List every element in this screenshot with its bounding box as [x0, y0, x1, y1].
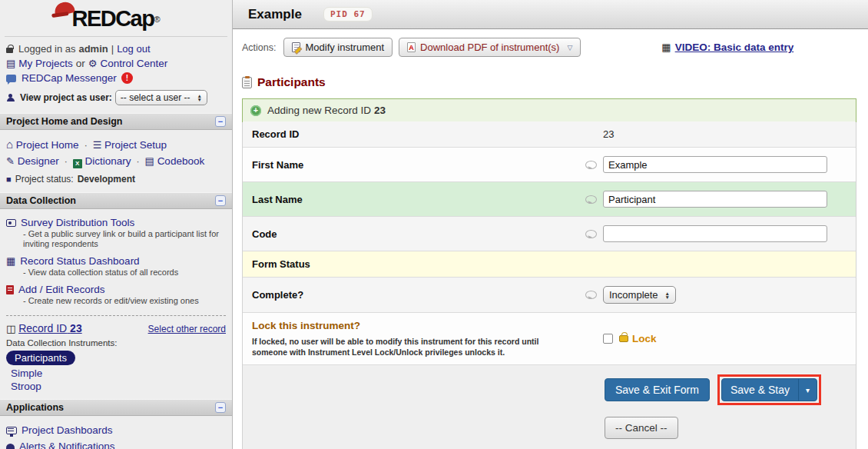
- lock-cell: Lock this instrument? If locked, no user…: [243, 313, 585, 364]
- logo-text: REDCap: [71, 6, 154, 31]
- codebook-link[interactable]: Codebook: [157, 155, 205, 167]
- video-link-wrap: ▦ VIDEO: Basic data entry: [661, 42, 793, 53]
- survey-distribution-link[interactable]: Survey Distribution Tools: [21, 217, 134, 228]
- lock-heading: Lock this instrument?: [252, 320, 576, 331]
- monitor-icon: [6, 427, 17, 434]
- projects-row: ▤ My Projects or ⚙ Control Center: [0, 56, 232, 71]
- comment-bubble-icon[interactable]: [585, 195, 597, 204]
- messenger-link[interactable]: REDCap Messenger: [22, 72, 117, 84]
- last-name-row: Last Name: [243, 181, 856, 216]
- modify-instrument-button[interactable]: Modify instrument: [283, 38, 393, 57]
- dot-separator: ·: [136, 155, 140, 167]
- book-icon: ▤: [145, 155, 154, 167]
- view-as-row: View project as user: -- select a user -…: [0, 88, 232, 107]
- instrument-heading: Participants: [242, 75, 868, 89]
- sidebar-instrument-participants[interactable]: Participants: [6, 351, 75, 365]
- first-name-label: First Name: [243, 152, 585, 178]
- banner-text: Adding new Record ID23: [267, 105, 386, 116]
- alerts-item: Alerts & Notifications: [0, 436, 232, 449]
- login-row: Logged in as admin | Log out: [0, 42, 232, 56]
- registered-mark: ®: [154, 15, 160, 24]
- view-as-label: View project as user:: [20, 92, 112, 103]
- redcap-app: REDCap® Logged in as admin | Log out ▤ M…: [0, 0, 868, 449]
- project-setup-link[interactable]: Project Setup: [104, 139, 167, 151]
- record-id-link[interactable]: Record ID 23: [18, 322, 82, 334]
- section-data-collection: Data Collection −: [0, 192, 232, 209]
- instrument-title: Participants: [257, 75, 326, 89]
- banner-record-id: 23: [374, 105, 386, 116]
- modify-button-label: Modify instrument: [305, 42, 384, 53]
- download-pdf-button[interactable]: Download PDF of instrument(s) ▽: [399, 38, 581, 57]
- project-dashboards-link[interactable]: Project Dashboards: [22, 424, 113, 436]
- record-id-value-cell: 23: [585, 122, 856, 146]
- lock-label: Lock: [632, 333, 657, 344]
- sidebar-instrument-simple[interactable]: Simple: [11, 367, 232, 380]
- main-content: Example PID 67 Actions: Modify instrumen…: [233, 0, 868, 449]
- comment-bubble-icon[interactable]: [585, 230, 597, 238]
- my-projects-link[interactable]: My Projects: [18, 58, 73, 69]
- control-center-link[interactable]: Control Center: [100, 58, 167, 69]
- save-buttons-line: Save & Exit Form Save & Stay ▾: [243, 374, 856, 405]
- collapse-button[interactable]: −: [215, 116, 226, 127]
- project-status-row: ■ Project status: Development: [0, 172, 232, 191]
- save-stay-caret-button[interactable]: ▾: [798, 379, 817, 401]
- actions-row: Actions: Modify instrument Download PDF …: [242, 38, 868, 57]
- divider: [5, 36, 227, 37]
- add-edit-item: Add / Edit Records: [0, 279, 232, 295]
- code-input[interactable]: [603, 225, 827, 242]
- complete-select-value: Incomplete: [609, 289, 658, 301]
- section-title: Applications: [6, 402, 64, 413]
- section-title: Project Home and Design: [6, 116, 122, 127]
- sidebar-instrument-stroop[interactable]: Stroop: [11, 380, 232, 393]
- save-exit-form-button[interactable]: Save & Exit Form: [605, 378, 710, 401]
- add-edit-records-link[interactable]: Add / Edit Records: [18, 284, 105, 295]
- last-name-value-cell: [585, 182, 856, 216]
- record-id-value: 23: [603, 128, 614, 140]
- login-username: admin: [78, 43, 108, 55]
- first-name-input[interactable]: [603, 156, 827, 173]
- page-title: Example: [248, 7, 302, 22]
- survey-tools-item: Survey Distribution Tools: [0, 212, 232, 228]
- cancel-button[interactable]: -- Cancel --: [605, 417, 678, 439]
- setup-list-icon: ☰: [93, 139, 102, 151]
- page-header: Example PID 67: [233, 0, 868, 29]
- gear-icon: ⚙: [88, 58, 98, 69]
- comment-bubble-icon[interactable]: [585, 291, 597, 299]
- select-other-record-link[interactable]: Select other record: [148, 324, 226, 334]
- lock-value-cell: Lock: [585, 327, 856, 351]
- save-buttons-cell: Save & Exit Form Save & Stay ▾ -- Cancel…: [243, 365, 856, 449]
- video-basic-data-entry-link[interactable]: VIDEO: Basic data entry: [675, 42, 794, 53]
- survey-tools-desc: - Get a public survey link or build a pa…: [0, 228, 232, 251]
- complete-row: Complete? Incomplete ▲▼: [243, 277, 856, 312]
- clipboard-icon: [242, 77, 252, 88]
- data-entry-form: + Adding new Record ID23 Record ID 23 Fi…: [242, 98, 856, 449]
- lock-icon: [6, 48, 13, 53]
- last-name-input[interactable]: [603, 191, 827, 208]
- form-status-row: Form Status: [243, 251, 856, 277]
- logout-link[interactable]: Log out: [117, 43, 150, 55]
- view-as-user-select[interactable]: -- select a user -- ▲▼: [115, 90, 207, 105]
- save-stay-button[interactable]: Save & Stay: [722, 379, 798, 401]
- alerts-notifications-link[interactable]: Alerts & Notifications: [19, 441, 115, 449]
- home-icon: ⌂: [6, 138, 13, 151]
- save-stay-split-button: Save & Stay ▾: [721, 378, 817, 401]
- modify-icon: [292, 42, 300, 52]
- lock-checkbox[interactable]: [603, 334, 613, 344]
- project-home-link[interactable]: Project Home: [16, 139, 79, 151]
- designer-link[interactable]: Designer: [18, 155, 59, 167]
- pid-badge: PID 67: [323, 7, 373, 22]
- collapse-button[interactable]: −: [215, 195, 226, 206]
- collapse-button[interactable]: −: [215, 402, 226, 413]
- first-name-value-cell: [585, 148, 856, 181]
- messenger-row: REDCap Messenger !: [0, 71, 232, 85]
- dictionary-link[interactable]: Dictionary: [85, 155, 131, 167]
- bell-icon: [6, 444, 15, 449]
- pdf-icon: [407, 42, 416, 52]
- caret-down-icon: ▾: [806, 386, 810, 394]
- record-dashboard-desc: - View data collection status of all rec…: [0, 267, 232, 279]
- complete-select[interactable]: Incomplete ▲▼: [603, 286, 676, 304]
- record-status-dashboard-link[interactable]: Record Status Dashboard: [20, 255, 139, 267]
- status-square-icon: ■: [6, 175, 12, 184]
- save-buttons-row: Save & Exit Form Save & Stay ▾ -- Cancel…: [243, 364, 856, 449]
- comment-bubble-icon[interactable]: [585, 161, 597, 169]
